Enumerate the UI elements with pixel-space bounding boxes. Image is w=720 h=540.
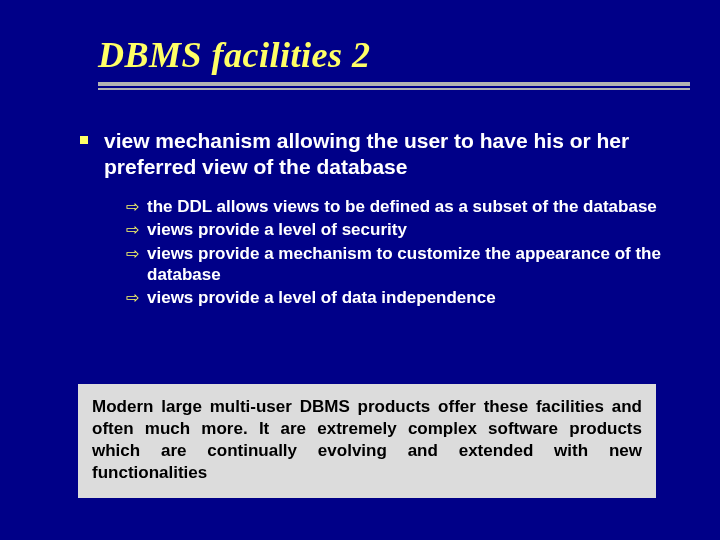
summary-box: Modern large multi-user DBMS products of…: [78, 384, 656, 498]
sub-bullet-item: ⇨ views provide a level of security: [126, 219, 686, 240]
underline-bar-thick: [98, 82, 690, 86]
arrow-icon: ⇨: [126, 220, 139, 239]
main-bullet-text: view mechanism allowing the user to have…: [104, 128, 680, 179]
sub-bullet-text: views provide a level of security: [147, 219, 407, 240]
sub-bullet-text: the DDL allows views to be defined as a …: [147, 196, 657, 217]
sub-bullet-text: views provide a mechanism to customize t…: [147, 243, 686, 286]
sub-bullet-item: ⇨ views provide a level of data independ…: [126, 287, 686, 308]
sub-bullet-item: ⇨ views provide a mechanism to customize…: [126, 243, 686, 286]
arrow-icon: ⇨: [126, 288, 139, 307]
sub-bullet-item: ⇨ the DDL allows views to be defined as …: [126, 196, 686, 217]
arrow-icon: ⇨: [126, 244, 139, 263]
main-bullet: view mechanism allowing the user to have…: [80, 128, 680, 179]
arrow-icon: ⇨: [126, 197, 139, 216]
underline-bar-thin: [98, 88, 690, 90]
sub-bullet-text: views provide a level of data independen…: [147, 287, 496, 308]
slide-title: DBMS facilities 2: [98, 34, 371, 76]
title-underline: [98, 82, 690, 90]
square-bullet-icon: [80, 136, 88, 144]
sub-bullet-list: ⇨ the DDL allows views to be defined as …: [126, 196, 686, 310]
summary-text: Modern large multi-user DBMS products of…: [92, 396, 642, 484]
